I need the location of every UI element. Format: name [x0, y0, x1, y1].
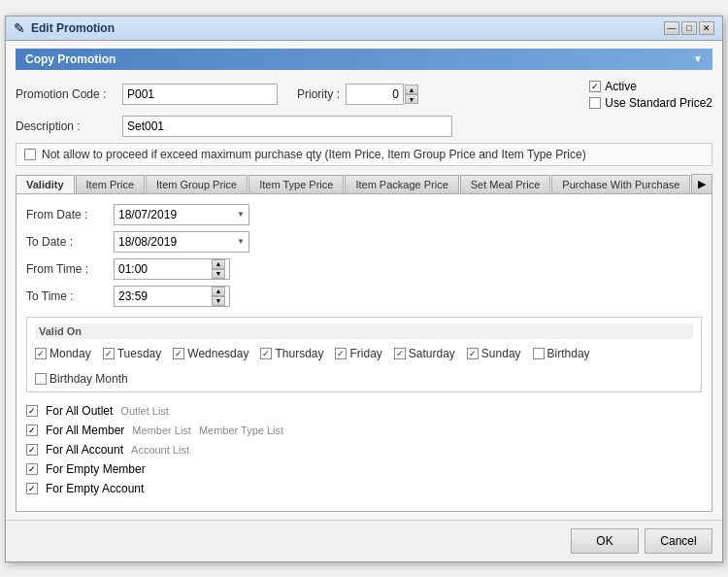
use-standard-price2-checkbox[interactable] [589, 97, 601, 109]
valid-on-box: Valid On ✓ Monday ✓ Tuesday ✓ Wednesday [26, 317, 702, 392]
monday-checkbox[interactable]: ✓ [35, 348, 47, 359]
to-date-value: 18/08/2019 [118, 235, 177, 249]
friday-checkbox[interactable]: ✓ [335, 348, 347, 359]
member-list-link[interactable]: Member List [132, 424, 191, 436]
day-tuesday: ✓ Tuesday [103, 347, 162, 360]
tab-validity[interactable]: Validity [16, 175, 75, 194]
from-time-up-button[interactable]: ▲ [212, 259, 225, 269]
to-time-value: 23:59 [118, 289, 148, 303]
from-date-value: 18/07/2019 [118, 208, 177, 221]
priority-up-button[interactable]: ▲ [405, 85, 418, 94]
from-time-down-button[interactable]: ▼ [212, 269, 225, 279]
active-label: Active [605, 80, 637, 93]
notice-bar: Not allow to proceed if exceed maximum p… [16, 143, 712, 166]
description-input[interactable] [122, 116, 452, 137]
tab-set-meal-price[interactable]: Set Meal Price [460, 175, 551, 193]
to-time-spinner[interactable]: ▲ ▼ [212, 287, 225, 306]
outlet-list-link[interactable]: Outlet List [120, 405, 169, 417]
tabs-header: Validity Item Price Item Group Price Ite… [16, 174, 712, 194]
tab-purchase-with-purchase[interactable]: Purchase With Purchase [551, 175, 690, 193]
close-button[interactable]: ✕ [699, 21, 714, 35]
day-birthday-month: Birthday Month [35, 372, 128, 386]
tab-validity-content: From Date : 18/07/2019 ▼ To Date : 18/08… [16, 194, 712, 512]
section-header-arrow-icon[interactable]: ▼ [693, 53, 703, 64]
birthday-month-checkbox[interactable] [35, 373, 47, 385]
tabs-container: Validity Item Price Item Group Price Ite… [16, 174, 712, 512]
all-account-checkbox[interactable]: ✓ [26, 444, 38, 456]
from-date-dropdown-icon[interactable]: ▼ [237, 210, 245, 219]
main-window: ✎ Edit Promotion — □ ✕ Copy Promotion ▼ … [5, 16, 723, 562]
member-type-list-link[interactable]: Member Type List [199, 424, 283, 436]
from-time-input[interactable]: 01:00 ▲ ▼ [114, 258, 230, 280]
account-list-link[interactable]: Account List [131, 444, 189, 456]
tuesday-checkbox[interactable]: ✓ [103, 348, 115, 359]
form-promotion-row: Promotion Code : Priority : ▲ ▼ ✓ Active… [16, 80, 712, 110]
from-time-spinner[interactable]: ▲ ▼ [212, 259, 225, 279]
use-standard-price2-checkbox-row: Use Standard Price2 [589, 96, 712, 110]
section-header: Copy Promotion ▼ [16, 49, 712, 70]
all-member-label: For All Member [46, 424, 124, 437]
title-bar: ✎ Edit Promotion — □ ✕ [6, 17, 722, 41]
to-time-up-button[interactable]: ▲ [212, 287, 225, 296]
sunday-checkbox[interactable]: ✓ [467, 348, 479, 359]
minimize-button[interactable]: — [664, 21, 679, 35]
monday-label: Monday [50, 347, 91, 360]
to-time-label: To Time : [26, 289, 114, 303]
all-member-checkbox[interactable]: ✓ [26, 424, 38, 436]
use-standard-price2-label: Use Standard Price2 [605, 96, 712, 110]
active-checkbox[interactable]: ✓ [589, 81, 601, 92]
priority-down-button[interactable]: ▼ [405, 94, 418, 104]
days-row: ✓ Monday ✓ Tuesday ✓ Wednesday ✓ [35, 347, 693, 386]
to-date-input[interactable]: 18/08/2019 ▼ [114, 231, 249, 253]
ok-button[interactable]: OK [571, 528, 639, 554]
thursday-checkbox[interactable]: ✓ [260, 348, 272, 359]
active-checkbox-row: ✓ Active [589, 80, 712, 93]
day-birthday: Birthday [533, 347, 590, 360]
empty-member-checkbox[interactable]: ✓ [26, 463, 38, 475]
notice-checkbox[interactable] [24, 149, 36, 160]
to-time-down-button[interactable]: ▼ [212, 296, 225, 306]
tabs-scroll-right-button[interactable]: ▶ [691, 174, 712, 193]
title-bar-controls[interactable]: — □ ✕ [664, 21, 714, 35]
cancel-button[interactable]: Cancel [645, 528, 712, 554]
notice-text: Not allow to proceed if exceed maximum p… [42, 148, 586, 161]
to-date-row: To Date : 18/08/2019 ▼ [26, 231, 702, 253]
birthday-checkbox[interactable] [533, 348, 545, 359]
window-body: Copy Promotion ▼ Promotion Code : Priori… [6, 41, 722, 520]
wednesday-checkbox[interactable]: ✓ [173, 348, 184, 359]
saturday-label: Saturday [409, 347, 455, 360]
from-time-row: From Time : 01:00 ▲ ▼ [26, 258, 702, 280]
empty-member-label: For Empty Member [46, 462, 146, 476]
tuesday-label: Tuesday [117, 347, 162, 360]
tab-item-price[interactable]: Item Price [76, 175, 146, 193]
all-account-row: ✓ For All Account Account List [26, 443, 702, 457]
all-member-row: ✓ For All Member Member List Member Type… [26, 424, 702, 437]
to-date-label: To Date : [26, 235, 114, 249]
promotion-code-input[interactable] [122, 84, 278, 105]
tab-item-group-price[interactable]: Item Group Price [146, 175, 248, 193]
tab-item-type-price[interactable]: Item Type Price [248, 175, 344, 193]
tab-item-package-price[interactable]: Item Package Price [345, 175, 458, 193]
from-date-label: From Date : [26, 208, 114, 221]
wednesday-label: Wednesday [187, 347, 248, 360]
birthday-month-label: Birthday Month [50, 372, 128, 386]
footer: OK Cancel [6, 520, 722, 561]
priority-label: Priority : [297, 87, 340, 101]
priority-input[interactable] [346, 84, 404, 105]
valid-on-title: Valid On [35, 323, 693, 339]
from-date-input[interactable]: 18/07/2019 ▼ [114, 204, 249, 225]
saturday-checkbox[interactable]: ✓ [394, 348, 406, 359]
empty-account-checkbox[interactable]: ✓ [26, 483, 38, 494]
all-outlet-row: ✓ For All Outlet Outlet List [26, 404, 702, 418]
priority-spinner[interactable]: ▲ ▼ [405, 85, 418, 104]
empty-member-row: ✓ For Empty Member [26, 462, 702, 476]
empty-account-row: ✓ For Empty Account [26, 482, 702, 495]
maximize-button[interactable]: □ [681, 21, 697, 35]
priority-section: Priority : ▲ ▼ [297, 84, 418, 105]
all-outlet-checkbox[interactable]: ✓ [26, 405, 38, 417]
sunday-label: Sunday [481, 347, 521, 360]
to-date-dropdown-icon[interactable]: ▼ [237, 237, 245, 246]
to-time-input[interactable]: 23:59 ▲ ▼ [114, 286, 230, 307]
window-icon: ✎ [14, 20, 25, 36]
checkboxes-right: ✓ Active Use Standard Price2 [589, 80, 712, 110]
